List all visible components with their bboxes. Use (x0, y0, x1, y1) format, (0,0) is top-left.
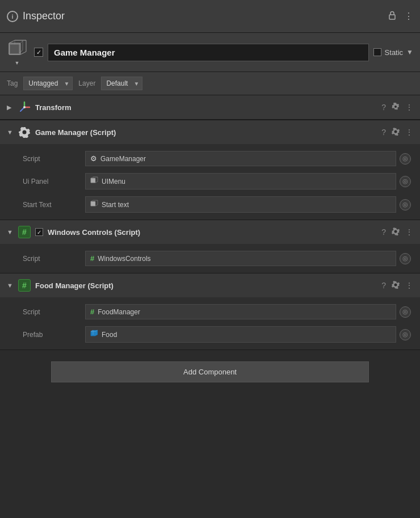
wc-checkbox[interactable] (35, 228, 43, 236)
more-options-icon[interactable]: ⋮ (404, 11, 413, 22)
food-manager-header[interactable]: ▼ # Food Manager (Script) ? ⋮ (0, 273, 420, 297)
gm-more-icon[interactable]: ⋮ (405, 128, 413, 137)
transform-more-icon[interactable]: ⋮ (405, 103, 413, 112)
gameobject-checkbox[interactable] (34, 48, 43, 57)
lock-icon[interactable] (387, 10, 397, 23)
script-target-btn[interactable]: ◎ (400, 153, 411, 165)
cube-dropdown-arrow[interactable]: ▼ (15, 60, 20, 66)
svg-point-13 (394, 283, 397, 286)
tag-select[interactable]: Untagged (23, 77, 73, 90)
ui-panel-text: UIMenu (102, 178, 125, 186)
fm-script-target-btn[interactable]: ◎ (400, 306, 411, 318)
gameobject-bar: ▼ Static ▼ (0, 33, 420, 72)
transform-header[interactable]: ▶ Transform ? ⋮ (0, 95, 420, 120)
header-actions: ⋮ (387, 10, 413, 23)
gm-settings-icon[interactable] (392, 128, 400, 137)
tag-label: Tag (7, 79, 18, 87)
fm-script-value[interactable]: # FoodManager (85, 304, 396, 319)
fm-script-value-wrap: # FoodManager ◎ (85, 304, 411, 319)
inspector-info-icon: i (7, 11, 18, 22)
wc-hash-icon: # (18, 226, 31, 238)
layer-label: Layer (78, 79, 95, 87)
transform-component: ▶ Transform ? ⋮ (0, 95, 420, 120)
field-row-start-text: Start Text Start text ◎ (0, 193, 420, 216)
game-manager-script-body: Script ⚙ GameManager ◎ Ui Panel (0, 144, 420, 220)
svg-rect-2 (10, 44, 19, 53)
transform-settings-icon[interactable] (392, 103, 400, 112)
layer-select[interactable]: Default (101, 77, 142, 90)
fm-script-name: Food Manager (Script) (35, 281, 377, 290)
field-row-wc-script: Script # WindowsControls ◎ (0, 247, 420, 269)
fm-help-icon[interactable]: ? (381, 281, 386, 290)
wc-help-icon[interactable]: ? (381, 228, 386, 237)
svg-point-12 (394, 230, 397, 233)
start-text-target-btn[interactable]: ◎ (400, 199, 411, 210)
windows-controls-header[interactable]: ▼ # Windows Controls (Script) ? ⋮ (0, 220, 420, 244)
food-manager-component: ▼ # Food Manager (Script) ? ⋮ Script # F… (0, 273, 420, 350)
ui-panel-value[interactable]: UIMenu (85, 173, 396, 189)
wc-script-value[interactable]: # WindowsControls (85, 251, 396, 266)
static-wrap: Static ▼ (373, 48, 413, 57)
transform-help-icon[interactable]: ? (381, 103, 386, 112)
prefab-value-wrap: Food ◎ (85, 326, 411, 343)
gameobject-icon-wrap: ▼ (7, 39, 27, 66)
prefab-cube-icon (90, 330, 98, 339)
field-row-prefab: Prefab Food ◎ (0, 323, 420, 346)
transform-collapse-arrow: ▶ (7, 104, 14, 111)
start-text-label: Start Text (23, 201, 85, 209)
transform-name: Transform (35, 103, 377, 112)
wc-collapse-arrow: ▼ (7, 229, 14, 235)
svg-rect-0 (389, 15, 395, 19)
gm-header-icons: ? ⋮ (381, 128, 413, 137)
add-component-button[interactable]: Add Component (51, 361, 369, 382)
gameobject-name-field[interactable] (48, 44, 369, 61)
static-checkbox[interactable] (373, 48, 381, 56)
windows-controls-body: Script # WindowsControls ◎ (0, 244, 420, 273)
game-manager-script-component: ▼ Game Manager (Script) ? ⋮ Script (0, 120, 420, 220)
field-row-fm-script: Script # FoodManager ◎ (0, 301, 420, 323)
script-field-value[interactable]: ⚙ GameManager (85, 151, 396, 166)
wc-script-label: Script (23, 255, 85, 263)
ui-panel-cube-icon (90, 176, 98, 186)
wc-settings-icon[interactable] (392, 228, 400, 237)
gm-collapse-arrow: ▼ (7, 129, 14, 136)
inspector-title: Inspector (23, 10, 387, 22)
windows-controls-component: ▼ # Windows Controls (Script) ? ⋮ Script… (0, 220, 420, 273)
svg-rect-11 (91, 201, 95, 206)
prefab-text: Food (102, 331, 117, 339)
fm-script-label: Script (23, 308, 85, 316)
prefab-value[interactable]: Food (85, 326, 396, 343)
layer-dropdown-wrap[interactable]: Default ▼ (101, 77, 142, 90)
wc-script-name: Windows Controls (Script) (48, 228, 377, 237)
gm-gear-icon (18, 126, 31, 138)
svg-point-7 (394, 106, 397, 108)
wc-target-btn[interactable]: ◎ (400, 253, 411, 264)
wc-more-icon[interactable]: ⋮ (405, 228, 413, 237)
prefab-target-btn[interactable]: ◎ (400, 329, 411, 340)
field-row-ui-panel: Ui Panel UIMenu ◎ (0, 170, 420, 193)
field-row-script: Script ⚙ GameManager ◎ (0, 148, 420, 170)
static-dropdown-arrow[interactable]: ▼ (406, 48, 413, 56)
fm-hash-field-icon: # (90, 308, 94, 316)
ui-panel-target-btn[interactable]: ◎ (400, 176, 411, 187)
tag-dropdown-wrap[interactable]: Untagged ▼ (23, 77, 73, 90)
start-text-value[interactable]: Start text (85, 196, 396, 213)
fm-hash-icon: # (18, 279, 31, 292)
transform-icon (18, 101, 31, 113)
prefab-label: Prefab (23, 331, 85, 339)
fm-script-text: FoodManager (98, 308, 140, 316)
start-text-cube-icon (90, 200, 98, 209)
script-gear-icon: ⚙ (90, 154, 97, 163)
wc-script-value-wrap: # WindowsControls ◎ (85, 251, 411, 266)
tag-layer-bar: Tag Untagged ▼ Layer Default ▼ (0, 72, 420, 95)
gm-help-icon[interactable]: ? (381, 128, 386, 137)
fm-collapse-arrow: ▼ (7, 282, 14, 289)
wc-script-text: WindowsControls (98, 255, 150, 263)
game-manager-script-header[interactable]: ▼ Game Manager (Script) ? ⋮ (0, 120, 420, 144)
cube-icon (7, 39, 27, 59)
fm-more-icon[interactable]: ⋮ (405, 281, 413, 290)
svg-point-9 (394, 130, 397, 133)
start-text-value-wrap: Start text ◎ (85, 196, 411, 213)
transform-header-icons: ? ⋮ (381, 103, 413, 112)
fm-settings-icon[interactable] (392, 281, 400, 290)
